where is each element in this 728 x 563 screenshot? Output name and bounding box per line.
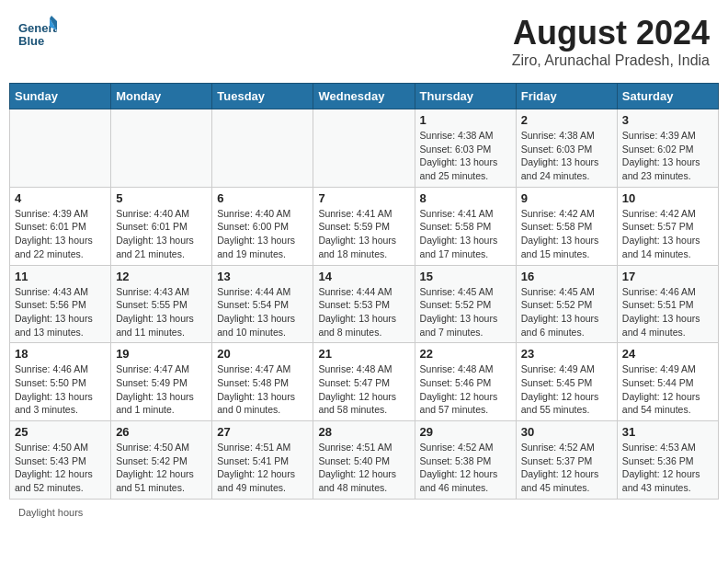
day-cell: 23Sunrise: 4:49 AMSunset: 5:45 PMDayligh… (516, 343, 617, 421)
day-cell (111, 109, 212, 188)
day-cell: 18Sunrise: 4:46 AMSunset: 5:50 PMDayligh… (10, 343, 111, 421)
week-row-2: 4Sunrise: 4:39 AMSunset: 6:01 PMDaylight… (10, 187, 719, 265)
day-header-friday: Friday (516, 84, 617, 109)
day-cell: 24Sunrise: 4:49 AMSunset: 5:44 PMDayligh… (617, 343, 718, 421)
logo: General Blue (18, 14, 59, 51)
day-detail: Sunrise: 4:40 AMSunset: 6:00 PMDaylight:… (217, 207, 308, 261)
day-detail: Sunrise: 4:50 AMSunset: 5:42 PMDaylight:… (116, 441, 207, 495)
week-row-4: 18Sunrise: 4:46 AMSunset: 5:50 PMDayligh… (10, 343, 719, 421)
day-cell: 30Sunrise: 4:52 AMSunset: 5:37 PMDayligh… (516, 421, 617, 500)
day-cell: 14Sunrise: 4:44 AMSunset: 5:53 PMDayligh… (313, 265, 415, 343)
day-detail: Sunrise: 4:49 AMSunset: 5:44 PMDaylight:… (622, 362, 713, 417)
day-cell: 1Sunrise: 4:38 AMSunset: 6:03 PMDaylight… (415, 109, 516, 188)
day-header-monday: Monday (111, 84, 212, 109)
week-row-5: 25Sunrise: 4:50 AMSunset: 5:43 PMDayligh… (10, 421, 719, 500)
day-detail: Sunrise: 4:45 AMSunset: 5:52 PMDaylight:… (521, 285, 612, 339)
day-cell: 9Sunrise: 4:42 AMSunset: 5:58 PMDaylight… (516, 187, 617, 265)
day-detail: Sunrise: 4:39 AMSunset: 6:01 PMDaylight:… (15, 207, 106, 261)
day-detail: Sunrise: 4:50 AMSunset: 5:43 PMDaylight:… (15, 441, 106, 495)
day-number: 29 (420, 425, 511, 439)
day-detail: Sunrise: 4:41 AMSunset: 5:58 PMDaylight:… (420, 207, 511, 261)
day-number: 31 (622, 425, 713, 439)
day-number: 22 (420, 347, 511, 361)
day-cell: 25Sunrise: 4:50 AMSunset: 5:43 PMDayligh… (10, 421, 111, 500)
day-cell (313, 109, 415, 188)
day-number: 25 (15, 425, 106, 439)
day-number: 3 (622, 113, 713, 127)
day-number: 12 (116, 270, 207, 283)
day-detail: Sunrise: 4:43 AMSunset: 5:55 PMDaylight:… (116, 285, 207, 339)
page-title: August 2024 (512, 14, 710, 52)
week-row-3: 11Sunrise: 4:43 AMSunset: 5:56 PMDayligh… (10, 265, 719, 343)
day-number: 17 (622, 270, 713, 283)
day-number: 8 (420, 191, 511, 205)
day-detail: Sunrise: 4:38 AMSunset: 6:03 PMDaylight:… (521, 129, 612, 183)
day-number: 24 (622, 347, 713, 361)
day-number: 30 (521, 425, 612, 439)
day-detail: Sunrise: 4:49 AMSunset: 5:45 PMDaylight:… (521, 362, 612, 417)
day-number: 2 (521, 113, 612, 127)
day-number: 23 (521, 347, 612, 361)
day-number: 14 (318, 270, 409, 283)
day-header-tuesday: Tuesday (212, 84, 313, 109)
day-detail: Sunrise: 4:42 AMSunset: 5:57 PMDaylight:… (622, 207, 713, 261)
header-row: SundayMondayTuesdayWednesdayThursdayFrid… (10, 84, 719, 109)
footer: Daylight hours (9, 507, 719, 518)
day-header-wednesday: Wednesday (313, 84, 415, 109)
day-cell: 26Sunrise: 4:50 AMSunset: 5:42 PMDayligh… (111, 421, 212, 500)
day-number: 4 (15, 191, 106, 205)
calendar-table: SundayMondayTuesdayWednesdayThursdayFrid… (9, 83, 719, 500)
day-detail: Sunrise: 4:47 AMSunset: 5:48 PMDaylight:… (217, 362, 308, 417)
title-block: August 2024 Ziro, Arunachal Pradesh, Ind… (512, 14, 710, 69)
day-number: 28 (318, 425, 409, 439)
day-number: 10 (622, 191, 713, 205)
svg-text:Blue: Blue (18, 34, 44, 48)
page-subtitle: Ziro, Arunachal Pradesh, India (512, 52, 710, 69)
day-number: 21 (318, 347, 409, 361)
day-detail: Sunrise: 4:52 AMSunset: 5:37 PMDaylight:… (521, 441, 612, 495)
day-cell: 28Sunrise: 4:51 AMSunset: 5:40 PMDayligh… (313, 421, 415, 500)
day-header-thursday: Thursday (415, 84, 516, 109)
day-header-saturday: Saturday (617, 84, 718, 109)
day-detail: Sunrise: 4:51 AMSunset: 5:41 PMDaylight:… (217, 441, 308, 495)
day-number: 27 (217, 425, 308, 439)
week-row-1: 1Sunrise: 4:38 AMSunset: 6:03 PMDaylight… (10, 109, 719, 188)
day-cell: 22Sunrise: 4:48 AMSunset: 5:46 PMDayligh… (415, 343, 516, 421)
day-cell: 29Sunrise: 4:52 AMSunset: 5:38 PMDayligh… (415, 421, 516, 500)
day-cell: 27Sunrise: 4:51 AMSunset: 5:41 PMDayligh… (212, 421, 313, 500)
day-cell: 16Sunrise: 4:45 AMSunset: 5:52 PMDayligh… (516, 265, 617, 343)
day-cell: 10Sunrise: 4:42 AMSunset: 5:57 PMDayligh… (617, 187, 718, 265)
day-detail: Sunrise: 4:47 AMSunset: 5:49 PMDaylight:… (116, 362, 207, 417)
day-detail: Sunrise: 4:40 AMSunset: 6:01 PMDaylight:… (116, 207, 207, 261)
day-detail: Sunrise: 4:46 AMSunset: 5:51 PMDaylight:… (622, 285, 713, 339)
day-detail: Sunrise: 4:51 AMSunset: 5:40 PMDaylight:… (318, 441, 409, 495)
day-cell: 15Sunrise: 4:45 AMSunset: 5:52 PMDayligh… (415, 265, 516, 343)
day-cell: 7Sunrise: 4:41 AMSunset: 5:59 PMDaylight… (313, 187, 415, 265)
day-cell (212, 109, 313, 188)
day-cell: 31Sunrise: 4:53 AMSunset: 5:36 PMDayligh… (617, 421, 718, 500)
day-number: 15 (420, 270, 511, 283)
day-detail: Sunrise: 4:48 AMSunset: 5:47 PMDaylight:… (318, 362, 409, 417)
day-cell: 17Sunrise: 4:46 AMSunset: 5:51 PMDayligh… (617, 265, 718, 343)
day-cell: 12Sunrise: 4:43 AMSunset: 5:55 PMDayligh… (111, 265, 212, 343)
day-detail: Sunrise: 4:45 AMSunset: 5:52 PMDaylight:… (420, 285, 511, 339)
day-cell: 19Sunrise: 4:47 AMSunset: 5:49 PMDayligh… (111, 343, 212, 421)
day-detail: Sunrise: 4:42 AMSunset: 5:58 PMDaylight:… (521, 207, 612, 261)
logo-icon: General Blue (18, 14, 55, 51)
day-detail: Sunrise: 4:46 AMSunset: 5:50 PMDaylight:… (15, 362, 106, 417)
day-detail: Sunrise: 4:44 AMSunset: 5:54 PMDaylight:… (217, 285, 308, 339)
day-number: 26 (116, 425, 207, 439)
day-number: 5 (116, 191, 207, 205)
day-cell: 21Sunrise: 4:48 AMSunset: 5:47 PMDayligh… (313, 343, 415, 421)
day-cell: 20Sunrise: 4:47 AMSunset: 5:48 PMDayligh… (212, 343, 313, 421)
day-number: 16 (521, 270, 612, 283)
day-detail: Sunrise: 4:53 AMSunset: 5:36 PMDaylight:… (622, 441, 713, 495)
day-cell: 4Sunrise: 4:39 AMSunset: 6:01 PMDaylight… (10, 187, 111, 265)
day-detail: Sunrise: 4:43 AMSunset: 5:56 PMDaylight:… (15, 285, 106, 339)
day-number: 1 (420, 113, 511, 127)
day-detail: Sunrise: 4:48 AMSunset: 5:46 PMDaylight:… (420, 362, 511, 417)
day-cell: 11Sunrise: 4:43 AMSunset: 5:56 PMDayligh… (10, 265, 111, 343)
day-cell: 13Sunrise: 4:44 AMSunset: 5:54 PMDayligh… (212, 265, 313, 343)
day-header-sunday: Sunday (10, 84, 111, 109)
day-detail: Sunrise: 4:44 AMSunset: 5:53 PMDaylight:… (318, 285, 409, 339)
